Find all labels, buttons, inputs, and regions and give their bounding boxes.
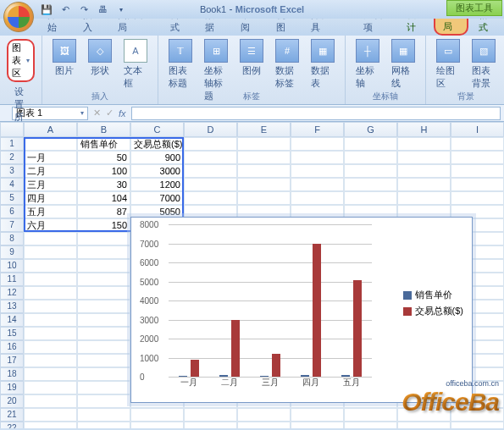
cell[interactable]: 销售单价 <box>77 137 130 151</box>
cell[interactable] <box>130 422 184 428</box>
row-header[interactable]: 9 <box>0 245 24 259</box>
row-header[interactable]: 1 <box>0 137 24 151</box>
cell[interactable] <box>344 178 397 191</box>
cell[interactable] <box>24 394 77 408</box>
cell[interactable] <box>397 178 451 191</box>
cell[interactable] <box>77 327 130 340</box>
cell[interactable] <box>237 178 291 191</box>
chart-bar[interactable] <box>353 280 362 377</box>
cell[interactable] <box>344 137 397 151</box>
cell[interactable] <box>344 408 397 422</box>
cell[interactable] <box>184 164 237 178</box>
axes-button[interactable]: ┼坐标轴 <box>351 37 385 91</box>
insert-textbox-button[interactable]: A文本框 <box>119 37 152 91</box>
cell[interactable] <box>77 232 130 245</box>
cell[interactable] <box>344 151 397 164</box>
row-header[interactable]: 5 <box>0 191 24 205</box>
cell[interactable] <box>24 354 77 367</box>
row-header[interactable]: 17 <box>0 354 24 367</box>
insert-picture-button[interactable]: 🖼图片 <box>47 37 81 91</box>
cell[interactable] <box>451 178 504 191</box>
column-header[interactable]: I <box>451 122 504 137</box>
cell[interactable] <box>291 151 344 164</box>
cell[interactable] <box>451 191 504 205</box>
row-header[interactable]: 21 <box>0 408 24 422</box>
cell[interactable] <box>237 137 291 151</box>
cell[interactable] <box>77 340 130 354</box>
cell[interactable] <box>291 178 344 191</box>
cell[interactable] <box>237 422 291 428</box>
cell[interactable]: 900 <box>130 151 184 164</box>
cell[interactable] <box>237 191 291 205</box>
cell[interactable] <box>451 164 504 178</box>
cell[interactable] <box>24 232 77 245</box>
cell[interactable] <box>77 381 130 394</box>
cell[interactable] <box>184 408 237 422</box>
cell[interactable] <box>77 354 130 367</box>
cell[interactable] <box>291 164 344 178</box>
cell[interactable] <box>344 164 397 178</box>
cell[interactable] <box>24 300 77 313</box>
cell[interactable] <box>77 408 130 422</box>
cell[interactable] <box>24 422 77 428</box>
cell[interactable] <box>130 408 184 422</box>
row-header[interactable]: 19 <box>0 381 24 394</box>
cell[interactable] <box>184 137 237 151</box>
cell[interactable]: 1200 <box>130 178 184 191</box>
cell[interactable] <box>397 422 451 428</box>
cell[interactable]: 104 <box>77 191 130 205</box>
chart-bg-button[interactable]: ▧图表背景 <box>467 37 501 91</box>
cell[interactable] <box>397 164 451 178</box>
row-header[interactable]: 6 <box>0 205 24 218</box>
column-header[interactable]: C <box>130 122 184 137</box>
cell[interactable] <box>397 137 451 151</box>
row-header[interactable]: 15 <box>0 327 24 340</box>
cell[interactable] <box>77 422 130 428</box>
cell[interactable] <box>77 286 130 300</box>
row-header[interactable]: 10 <box>0 259 24 273</box>
row-header[interactable]: 22 <box>0 422 24 428</box>
formula-bar[interactable] <box>131 107 501 120</box>
cell[interactable] <box>24 286 77 300</box>
cell[interactable] <box>237 164 291 178</box>
column-header[interactable]: B <box>77 122 130 137</box>
cell[interactable] <box>77 245 130 259</box>
row-header[interactable]: 2 <box>0 151 24 164</box>
cell[interactable]: 50 <box>77 151 130 164</box>
chart-element-dropdown[interactable]: 图表区 ▾ <box>7 39 35 82</box>
select-all-corner[interactable] <box>0 122 24 137</box>
cell[interactable]: 87 <box>77 205 130 218</box>
column-header[interactable]: G <box>344 122 397 137</box>
qat-save-icon[interactable]: 💾 <box>39 3 54 16</box>
cell[interactable] <box>184 151 237 164</box>
cell[interactable] <box>184 178 237 191</box>
cell[interactable] <box>237 151 291 164</box>
cell[interactable]: 五月 <box>24 205 77 218</box>
cell[interactable] <box>24 313 77 327</box>
cell[interactable] <box>24 327 77 340</box>
row-header[interactable]: 11 <box>0 273 24 286</box>
cell[interactable] <box>24 408 77 422</box>
cell[interactable] <box>291 408 344 422</box>
chart-legend[interactable]: 销售单价 交易总额($) <box>403 285 463 321</box>
cell[interactable] <box>24 245 77 259</box>
cell[interactable] <box>184 422 237 428</box>
cell[interactable]: 六月 <box>24 218 77 232</box>
cell[interactable] <box>291 137 344 151</box>
cell[interactable] <box>24 273 77 286</box>
row-header[interactable]: 12 <box>0 286 24 300</box>
cancel-icon[interactable]: ✕ <box>93 108 101 119</box>
cell[interactable] <box>397 191 451 205</box>
row-header[interactable]: 16 <box>0 340 24 354</box>
cell[interactable] <box>291 422 344 428</box>
chart-bar[interactable] <box>313 244 321 378</box>
fx-icon[interactable]: fx <box>119 108 126 119</box>
row-header[interactable]: 8 <box>0 232 24 245</box>
cell[interactable] <box>77 313 130 327</box>
cell[interactable]: 一月 <box>24 151 77 164</box>
cell[interactable] <box>24 137 77 151</box>
cell[interactable] <box>184 191 237 205</box>
column-header[interactable]: F <box>291 122 344 137</box>
cell[interactable]: 交易总额($) <box>130 137 184 151</box>
row-header[interactable]: 18 <box>0 367 24 381</box>
